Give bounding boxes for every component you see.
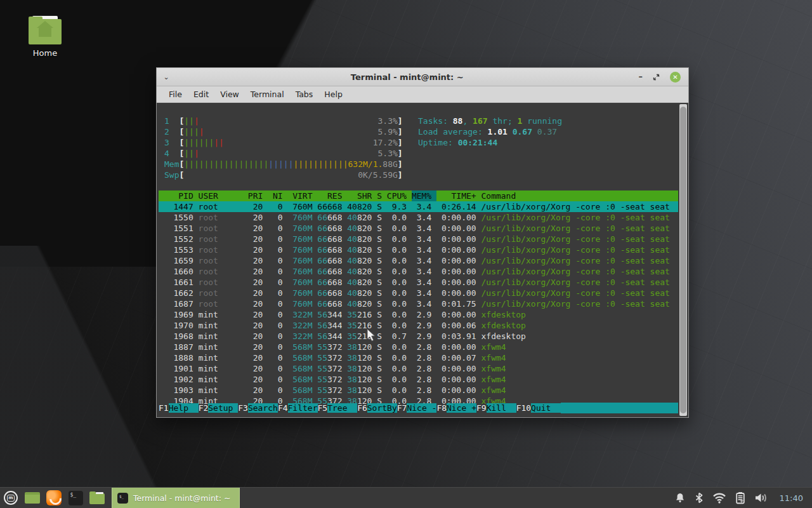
terminal-icon: $_	[69, 491, 83, 505]
table-row[interactable]: 1552 root 20 0 760M 66668 40820 S 0.0 3.…	[159, 234, 678, 244]
menu-item-help[interactable]: Help	[318, 88, 348, 101]
terminal-content[interactable]: 1[|||3.3%]2[||||5.9%]3[||||||||17.2%]4[|…	[157, 103, 688, 417]
htop-meters: 1[|||3.3%]2[||||5.9%]3[||||||||17.2%]4[|…	[164, 116, 403, 180]
table-row[interactable]: 1901 mint 20 0 568M 55372 38120 S 0.0 2.…	[159, 363, 678, 374]
table-row[interactable]: 1553 root 20 0 760M 66668 40820 S 0.0 3.…	[159, 244, 678, 255]
htop-function-key-bar: F1Help F2Setup F3SearchF4FilterF5Tree F6…	[159, 403, 678, 413]
table-row[interactable]: 1659 root 20 0 760M 66668 40820 S 0.0 3.…	[159, 255, 678, 266]
desktop-icon	[25, 492, 40, 504]
table-row[interactable]: 1970 mint 20 0 322M 56344 35216 S 0.0 2.…	[159, 320, 678, 331]
maximize-button[interactable]	[653, 74, 660, 81]
meter-row: 2[||||5.9%]	[164, 126, 403, 137]
show-desktop-button[interactable]	[22, 488, 43, 508]
scrollbar-thumb[interactable]	[680, 107, 686, 413]
firefox-launcher[interactable]	[43, 488, 65, 508]
column-header-shr[interactable]: SHR	[347, 190, 372, 201]
menu-item-tabs[interactable]: Tabs	[290, 88, 319, 101]
fkey-f5[interactable]: F5Tree	[318, 403, 358, 413]
column-header-s[interactable]: S	[377, 190, 382, 201]
column-header-command[interactable]: Command	[481, 190, 678, 201]
menu-item-edit[interactable]: Edit	[188, 88, 214, 101]
column-header-pid[interactable]: PID	[159, 190, 193, 201]
column-header-cpu[interactable]: CPU%	[387, 190, 407, 201]
taskbar-window-label: Terminal - mint@mint: ~	[133, 493, 230, 503]
info-row: Tasks: 88, 167 thr; 1 running	[418, 116, 562, 126]
fkey-f3[interactable]: F3Search	[238, 403, 278, 413]
meter-row: Swp[0K/5.59G]	[164, 170, 403, 180]
taskbar-window-button[interactable]: $_ Terminal - mint@mint: ~	[112, 488, 240, 508]
desktop-icon-label: Home	[24, 48, 66, 58]
home-folder-icon	[29, 19, 62, 44]
minimize-button[interactable]: –	[639, 74, 643, 80]
table-row[interactable]: 1661 root 20 0 760M 66668 40820 S 0.0 3.…	[159, 277, 678, 288]
column-header-ni[interactable]: NI	[268, 190, 282, 201]
taskbar: m $_ $_ Terminal - mint@mint: ~	[0, 487, 812, 508]
table-row[interactable]: 1551 root 20 0 760M 66668 40820 S 0.0 3.…	[159, 223, 678, 234]
menu-bar: FileEditViewTerminalTabsHelp	[157, 86, 688, 103]
notifications-icon[interactable]	[674, 492, 686, 504]
fkey-f2[interactable]: F2Setup	[199, 403, 239, 413]
menu-item-file[interactable]: File	[163, 88, 188, 101]
table-row[interactable]: 1969 mint 20 0 322M 56344 35216 S 0.0 2.…	[159, 309, 678, 320]
table-row[interactable]: 1550 root 20 0 760M 66668 40820 S 0.0 3.…	[159, 212, 678, 223]
htop-process-table: PID USER PRI NI VIRT RES SHR S CPU% MEM%…	[159, 190, 678, 406]
column-header-mem[interactable]: MEM%	[412, 190, 431, 201]
volume-icon[interactable]	[754, 492, 768, 504]
table-row[interactable]: 1660 root 20 0 760M 66668 40820 S 0.0 3.…	[159, 266, 678, 277]
system-tray: 11:40	[674, 491, 812, 504]
column-header-time[interactable]: TIME+	[436, 190, 476, 201]
terminal-window: ⌄ Terminal - mint@mint: ~ – ✕ FileEditVi…	[156, 67, 689, 418]
table-row[interactable]: 1662 root 20 0 760M 66668 40820 S 0.0 3.…	[159, 288, 678, 298]
chevron-down-icon[interactable]: ⌄	[157, 73, 176, 81]
fkey-f7[interactable]: F7Nice -	[397, 403, 437, 413]
battery-icon[interactable]	[735, 491, 745, 504]
menu-item-view[interactable]: View	[214, 88, 245, 101]
table-row[interactable]: 1903 mint 20 0 568M 55372 38120 S 0.0 2.…	[159, 385, 678, 396]
desktop-icon-home[interactable]: Home	[24, 14, 66, 58]
mint-logo-icon: m	[4, 491, 18, 505]
file-manager-launcher[interactable]	[86, 488, 108, 508]
table-row[interactable]: 1968 mint 20 0 322M 56344 35216 S 0.7 2.…	[159, 331, 678, 342]
table-row[interactable]: 1888 mint 20 0 568M 55372 38120 S 0.0 2.…	[159, 352, 678, 363]
table-row[interactable]: 1887 mint 20 0 568M 55372 38120 S 0.0 2.…	[159, 342, 678, 352]
clock[interactable]: 11:40	[777, 493, 806, 503]
column-header-res[interactable]: RES	[317, 190, 342, 201]
meter-row: 1[|||3.3%]	[164, 116, 403, 126]
terminal-launcher[interactable]: $_	[65, 488, 86, 508]
fkey-f4[interactable]: F4Filter	[278, 403, 318, 413]
column-header-pri[interactable]: PRI	[248, 190, 263, 201]
fkey-f8[interactable]: F8Nice +	[436, 403, 476, 413]
fkey-f10[interactable]: F10Quit	[516, 403, 561, 413]
close-button[interactable]: ✕	[670, 72, 681, 83]
table-row[interactable]: 1902 mint 20 0 568M 55372 38120 S 0.0 2.…	[159, 374, 678, 385]
table-row[interactable]: 1687 root 20 0 760M 66668 40820 S 0.0 3.…	[159, 298, 678, 309]
firefox-icon	[46, 490, 62, 505]
wifi-icon[interactable]	[712, 492, 726, 504]
fkey-f1[interactable]: F1Help	[159, 403, 199, 413]
meter-row: 3[||||||||17.2%]	[164, 137, 403, 148]
terminal-scrollbar[interactable]	[679, 104, 687, 416]
table-row[interactable]: 1447 root 20 0 760M 66668 40820 S 9.3 3.…	[159, 201, 678, 212]
table-header-row[interactable]: PID USER PRI NI VIRT RES SHR S CPU% MEM%…	[159, 190, 678, 201]
htop-info: Tasks: 88, 167 thr; 1 runningLoad averag…	[418, 116, 562, 148]
info-row: Load average: 1.01 0.67 0.37	[418, 126, 562, 137]
terminal-icon: $_	[117, 493, 128, 504]
menu-item-terminal[interactable]: Terminal	[245, 88, 290, 101]
meter-row: Mem[|||||||||||||||||||||||||||||||||632…	[164, 159, 403, 170]
window-title: Terminal - mint@mint: ~	[176, 72, 639, 82]
info-row: Uptime: 00:21:44	[418, 137, 562, 148]
meter-row: 4[|||5.3%]	[164, 148, 403, 159]
window-titlebar[interactable]: ⌄ Terminal - mint@mint: ~ – ✕	[157, 68, 688, 86]
column-header-virt[interactable]: VIRT	[287, 190, 312, 201]
mint-menu-button[interactable]: m	[0, 488, 22, 508]
fkey-f9[interactable]: F9Kill	[476, 403, 516, 413]
fkey-f6[interactable]: F6SortBy	[357, 403, 397, 413]
folder-icon	[89, 493, 105, 504]
bluetooth-icon[interactable]	[695, 492, 704, 504]
column-header-user[interactable]: USER	[199, 190, 243, 201]
